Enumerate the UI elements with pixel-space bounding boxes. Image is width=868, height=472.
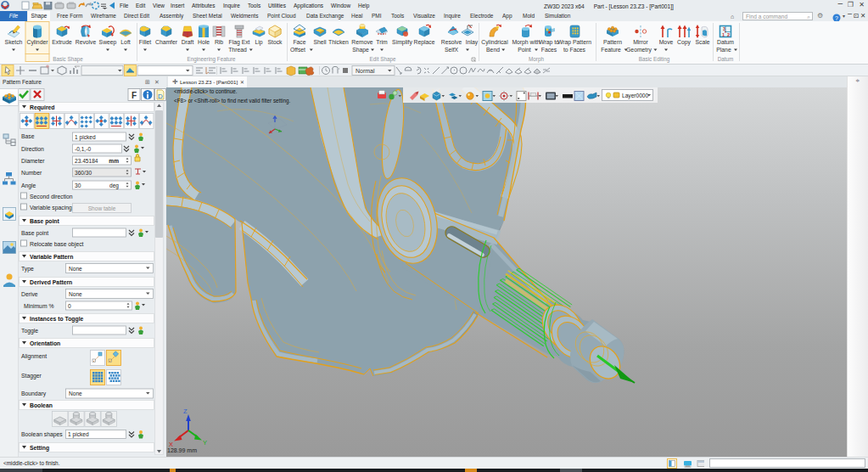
svg-text:Show table: Show table [88,205,116,211]
svg-text:Thicken: Thicken [328,39,349,45]
svg-text:23.45184: 23.45184 [75,158,98,164]
svg-text:Face: Face [293,39,305,45]
svg-text:Boolean: Boolean [30,402,53,408]
svg-text:Simplify: Simplify [392,39,412,46]
svg-text:Engineering Feature: Engineering Feature [187,56,236,63]
svg-text:Cylindrical: Cylindrical [481,39,508,46]
svg-text:?: ? [835,15,838,21]
svg-text:Plane: Plane [716,47,731,53]
svg-text:Orientation: Orientation [30,340,60,346]
svg-text:1 picked: 1 picked [75,134,96,141]
svg-text:Trim: Trim [376,39,388,45]
svg-text:deg: deg [109,183,119,189]
svg-text:Rib: Rib [215,39,223,45]
svg-text:2: 2 [727,32,730,37]
svg-text:Mirror: Mirror [633,39,648,45]
svg-text:Thread: Thread [228,47,247,53]
svg-text:Replace: Replace [414,39,435,46]
svg-text:Required: Required [30,104,54,111]
svg-text:Variable spacing: Variable spacing [30,205,72,211]
svg-text:Setting: Setting [30,445,49,452]
svg-text:128.99 mm: 128.99 mm [167,447,197,453]
svg-text:None: None [69,391,82,396]
svg-text:<middle-click> to continue.: <middle-click> to continue. [174,88,238,94]
svg-text:Pattern: Pattern [603,39,622,45]
svg-text:Toggle: Toggle [21,328,38,334]
svg-text:Base: Base [21,133,35,139]
svg-text:Bend: Bend [486,47,500,53]
svg-text:Instances to Toggle: Instances to Toggle [30,316,84,323]
svg-text:Geometry: Geometry [626,47,652,53]
svg-text:Basic Shape: Basic Shape [53,56,83,63]
svg-text:Shell: Shell [313,39,327,45]
svg-text:Y: Y [203,439,207,447]
svg-text:<F8> or <Shift-roll> to find n: <F8> or <Shift-roll> to find next valid … [174,98,290,104]
svg-text:Loft: Loft [120,39,130,45]
svg-text:Edit Shape: Edit Shape [370,56,396,63]
svg-text:Type: Type [21,266,34,273]
svg-text:Faces: Faces [541,47,557,53]
svg-text:Morph: Morph [529,56,544,63]
svg-text:1: 1 [722,32,725,37]
svg-text:Scale: Scale [695,39,709,45]
svg-text:to Faces: to Faces [563,47,586,53]
svg-text:Offset: Offset [290,47,305,53]
svg-text:30: 30 [75,183,81,188]
svg-text:-0,1,-0: -0,1,-0 [75,146,91,152]
svg-text:1 picked: 1 picked [68,431,89,438]
svg-text:0: 0 [68,303,71,309]
svg-text:Diameter: Diameter [21,158,45,164]
svg-text:Point: Point [518,47,531,53]
svg-text:Remove: Remove [351,39,373,45]
svg-text:Boundary: Boundary [21,391,47,397]
svg-text:Stagger: Stagger [21,373,42,379]
svg-text:Fillet: Fillet [139,39,151,45]
svg-text:Layer0000: Layer0000 [622,93,648,99]
svg-text:Flag Ext: Flag Ext [229,39,250,46]
svg-text:Base point: Base point [21,230,48,237]
svg-text:Basic Editing: Basic Editing [639,56,670,63]
svg-text:Number: Number [21,170,42,176]
svg-text:Datum: Datum [717,39,734,45]
svg-text:Inlay: Inlay [466,39,479,46]
svg-text:Shape: Shape [352,47,369,53]
svg-text:Wrap Pattern: Wrap Pattern [557,39,591,46]
svg-text:Relocate base object: Relocate base object [30,241,84,248]
svg-text:Hole: Hole [198,39,210,45]
svg-text:Resolve: Resolve [441,39,462,45]
svg-text:Normal: Normal [356,68,375,74]
svg-text:Stock: Stock [268,39,283,45]
svg-text:Extrude: Extrude [52,39,72,45]
svg-text:Chamfer: Chamfer [155,39,178,45]
svg-text:Derived Pattern: Derived Pattern [30,279,72,285]
svg-text:None: None [69,291,82,297]
svg-text:360/30: 360/30 [75,170,92,176]
svg-text:None: None [69,266,82,272]
svg-text:Morph with: Morph with [512,39,540,46]
svg-text:SelfX: SelfX [445,47,459,53]
svg-text:Boolean shapes: Boolean shapes [21,431,63,438]
svg-text:Cylinder: Cylinder [27,39,49,46]
svg-text:Move: Move [659,39,674,45]
svg-text:Minimum %: Minimum % [24,303,54,309]
svg-text:Feature: Feature [601,47,621,53]
svg-text:Derive: Derive [21,291,38,297]
svg-text:Wrap to: Wrap to [539,39,559,46]
svg-text:Draft: Draft [182,39,194,45]
svg-text:Alignment: Alignment [21,353,47,360]
svg-text:Revolve: Revolve [76,39,97,45]
svg-text:Second direction: Second direction [30,194,73,199]
svg-text:Base point: Base point [30,218,59,225]
svg-text:Lip: Lip [255,39,262,46]
svg-text:Direction: Direction [21,146,44,152]
svg-text:mm: mm [109,158,119,164]
svg-text:Z: Z [183,407,188,415]
svg-text:Copy: Copy [677,39,691,46]
svg-text:Sweep: Sweep [99,39,117,46]
svg-text:Datum: Datum [718,56,734,62]
svg-text:Variable Pattern: Variable Pattern [30,254,73,260]
svg-text:Sketch: Sketch [5,39,23,45]
svg-text:Angle: Angle [21,183,36,189]
